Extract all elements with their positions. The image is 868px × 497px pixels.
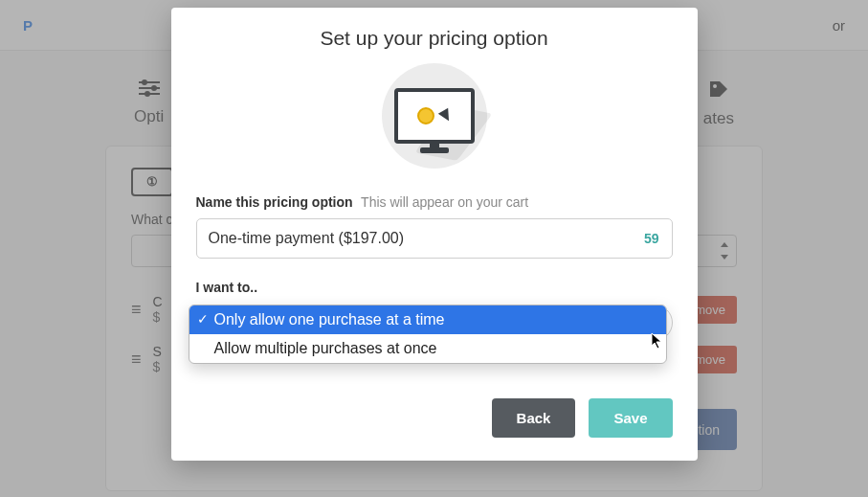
purchase-mode-select[interactable]: Only allow one purchase at a time Allow …	[196, 305, 673, 341]
dropdown-option-single[interactable]: Only allow one purchase at a time	[189, 305, 666, 334]
monitor-icon	[394, 88, 475, 144]
save-button[interactable]: Save	[589, 398, 672, 438]
pricing-modal: Set up your pricing option Name this pri…	[171, 8, 698, 461]
name-field-label: Name this pricing option	[196, 194, 353, 210]
modal-title: Set up your pricing option	[196, 27, 673, 50]
char-counter: 59	[644, 231, 659, 246]
name-field-hint: This will appear on your cart	[361, 194, 528, 210]
modal-overlay: Set up your pricing option Name this pri…	[0, 0, 868, 497]
cursor-icon	[437, 108, 453, 124]
illustration	[382, 63, 487, 169]
select-label: I want to..	[196, 280, 673, 295]
purchase-mode-dropdown: Only allow one purchase at a time Allow …	[189, 305, 667, 364]
coin-icon	[417, 107, 434, 124]
dropdown-option-multiple[interactable]: Allow multiple purchases at once	[189, 334, 666, 363]
pricing-name-input[interactable]	[196, 218, 673, 259]
back-button[interactable]: Back	[492, 398, 576, 438]
